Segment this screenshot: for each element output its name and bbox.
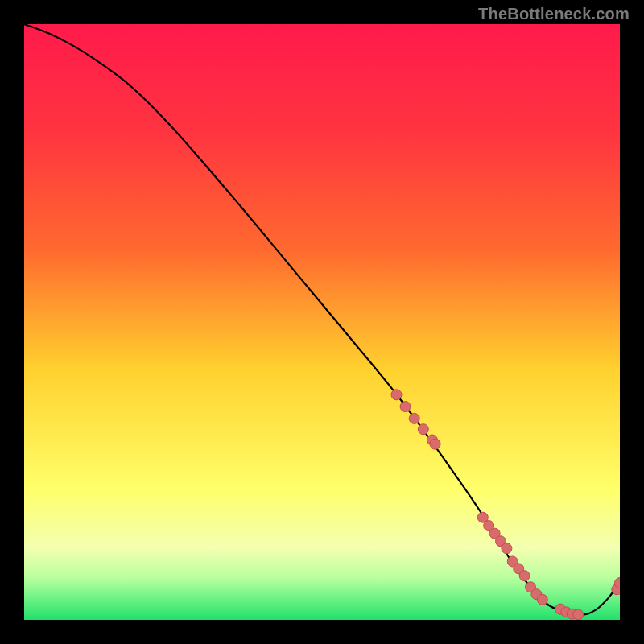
gradient-background xyxy=(24,24,620,620)
sample-point xyxy=(519,571,530,581)
sample-point xyxy=(430,439,440,449)
sample-point xyxy=(418,424,428,435)
sample-point xyxy=(400,402,411,412)
plot-area xyxy=(24,24,620,620)
chart-svg xyxy=(24,24,620,620)
watermark-label: TheBottleneck.com xyxy=(478,5,630,23)
sample-point xyxy=(391,390,402,400)
sample-point xyxy=(502,543,512,554)
sample-point xyxy=(573,609,584,620)
sample-point xyxy=(409,413,419,423)
chart-stage: TheBottleneck.com xyxy=(0,0,644,644)
sample-point xyxy=(537,594,547,605)
